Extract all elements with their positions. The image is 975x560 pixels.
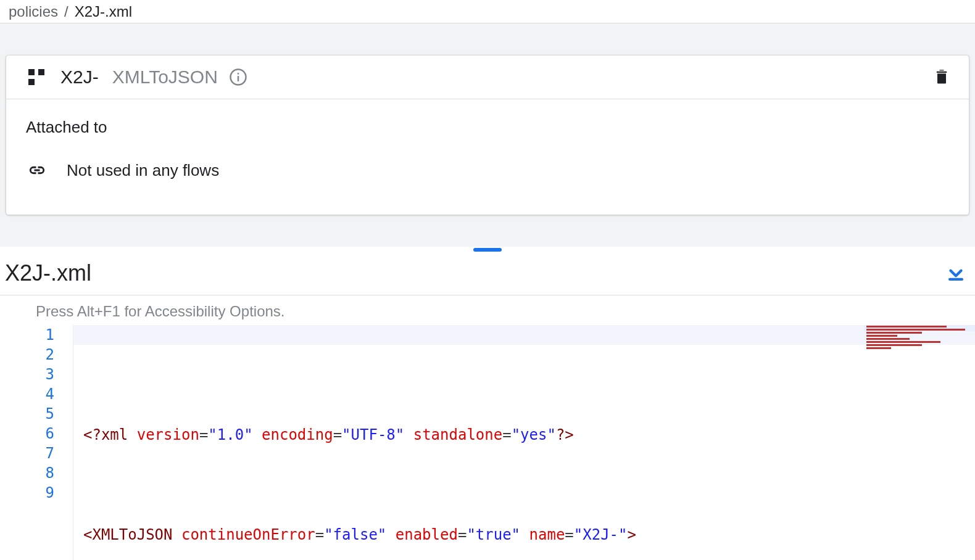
- svg-rect-1: [238, 76, 239, 81]
- policy-type-icon: [26, 67, 47, 88]
- breadcrumb-separator: /: [64, 3, 68, 20]
- flow-usage-text: Not used in any flows: [67, 161, 219, 180]
- policy-name: X2J-: [60, 67, 99, 88]
- delete-icon[interactable]: [933, 68, 950, 86]
- code-line[interactable]: <XMLToJSON continueOnError="false" enabl…: [83, 525, 975, 545]
- editor-a11y-hint: Press Alt+F1 for Accessibility Options.: [0, 295, 975, 325]
- code-line[interactable]: <?xml version="1.0" encoding="UTF-8" sta…: [83, 425, 975, 445]
- editor-filename: X2J-.xml: [5, 260, 91, 286]
- policy-card-header: X2J- XMLToJSON: [6, 56, 969, 99]
- breadcrumb-current: X2J-.xml: [75, 3, 132, 20]
- line-number: 7: [0, 443, 54, 463]
- line-gutter: 1 2 3 4 5 6 7 8 9: [0, 325, 73, 560]
- line-number: 3: [0, 364, 54, 384]
- line-number: 5: [0, 404, 54, 424]
- policy-card-body: Attached to Not used in any flows: [6, 99, 969, 215]
- flow-usage-row: Not used in any flows: [26, 159, 950, 181]
- attached-to-label: Attached to: [26, 118, 950, 137]
- svg-rect-2: [238, 73, 239, 75]
- breadcrumb-parent[interactable]: policies: [9, 3, 58, 20]
- editor-minimap[interactable]: [864, 325, 975, 399]
- line-number: 2: [0, 345, 54, 364]
- code-content[interactable]: <?xml version="1.0" encoding="UTF-8" sta…: [73, 325, 975, 560]
- current-line-highlight: [73, 325, 975, 345]
- policy-section: X2J- XMLToJSON Attached to: [0, 23, 975, 247]
- line-number: 4: [0, 384, 54, 404]
- policy-type-label: XMLToJSON: [112, 67, 218, 88]
- line-number: 9: [0, 483, 54, 503]
- editor-filebar: X2J-.xml: [0, 254, 975, 295]
- panel-resize-handle[interactable]: [473, 248, 502, 252]
- collapse-editor-icon[interactable]: [945, 263, 966, 284]
- link-icon: [26, 159, 48, 181]
- breadcrumb: policies / X2J-.xml: [0, 0, 975, 23]
- info-icon[interactable]: [229, 68, 247, 86]
- code-editor[interactable]: Press Alt+F1 for Accessibility Options. …: [0, 295, 975, 560]
- line-number: 8: [0, 463, 54, 483]
- line-number: 6: [0, 424, 54, 443]
- line-number: 1: [0, 325, 54, 345]
- policy-card: X2J- XMLToJSON Attached to: [6, 56, 969, 215]
- panel-resize-handle-wrap: [0, 247, 975, 254]
